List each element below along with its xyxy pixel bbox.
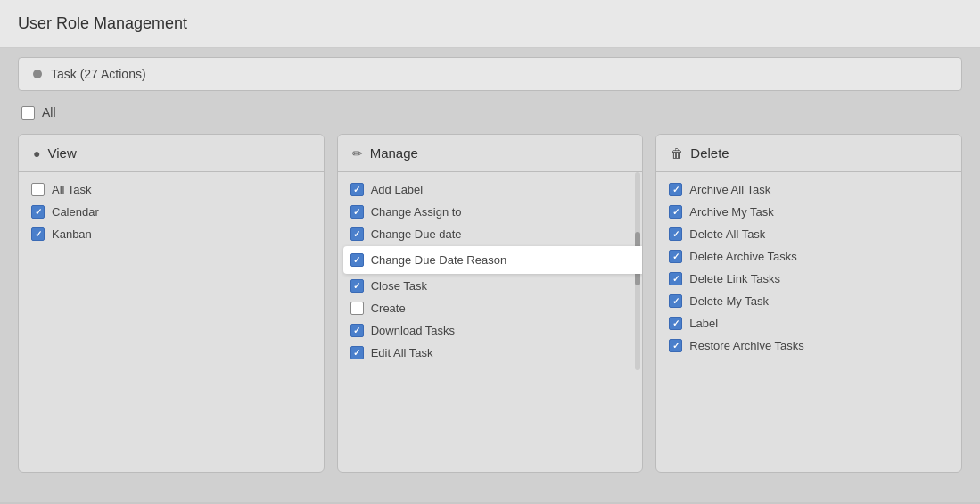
list-item[interactable]: Create bbox=[350, 302, 639, 315]
view-column: ● View All Task Calendar Kanban bbox=[18, 134, 325, 473]
task-section-header: Task (27 Actions) bbox=[18, 57, 962, 91]
checkbox-delete-all-task[interactable] bbox=[669, 227, 682, 241]
checkbox-change-due-date-reason[interactable] bbox=[350, 253, 364, 267]
list-item[interactable]: Calendar bbox=[31, 205, 311, 219]
list-item[interactable]: Change Assign to bbox=[350, 205, 639, 219]
item-label: Change Assign to bbox=[371, 205, 462, 219]
trash-icon: 🗑 bbox=[671, 146, 683, 161]
list-item[interactable]: Kanban bbox=[31, 227, 311, 241]
page-header: User Role Management bbox=[0, 0, 980, 48]
manage-column: ✏ Manage Add Label Change Assign to Chan… bbox=[337, 134, 644, 473]
view-column-title: View bbox=[47, 145, 76, 161]
checkbox-all-task[interactable] bbox=[31, 183, 45, 196]
checkbox-edit-all-task[interactable] bbox=[350, 346, 364, 359]
checkbox-create[interactable] bbox=[350, 302, 364, 315]
checkbox-change-assign[interactable] bbox=[350, 205, 364, 219]
item-label: All Task bbox=[52, 183, 92, 196]
checkbox-add-label[interactable] bbox=[350, 183, 364, 196]
page-title: User Role Management bbox=[18, 14, 187, 32]
delete-column-title: Delete bbox=[690, 145, 729, 161]
manage-column-body: Add Label Change Assign to Change Due da… bbox=[338, 172, 643, 370]
list-item[interactable]: Delete Archive Tasks bbox=[669, 250, 949, 263]
list-item[interactable]: Archive All Task bbox=[669, 183, 949, 196]
view-column-body: All Task Calendar Kanban bbox=[19, 172, 324, 252]
item-label: Close Task bbox=[371, 279, 427, 293]
item-label: Archive My Task bbox=[689, 205, 773, 219]
checkbox-download-tasks[interactable] bbox=[350, 324, 364, 337]
item-label: Label bbox=[689, 317, 718, 330]
checkbox-delete-archive-tasks[interactable] bbox=[669, 250, 682, 263]
checkbox-restore-archive-tasks[interactable] bbox=[669, 339, 682, 352]
manage-column-header: ✏ Manage bbox=[338, 135, 643, 172]
delete-column: 🗑 Delete Archive All Task Archive My Tas… bbox=[655, 134, 962, 473]
list-item[interactable]: Edit All Task bbox=[350, 346, 639, 359]
pencil-icon: ✏ bbox=[352, 146, 363, 161]
item-label: Calendar bbox=[52, 205, 99, 219]
item-label: Delete My Task bbox=[689, 294, 769, 308]
list-item[interactable]: Delete My Task bbox=[669, 294, 949, 308]
list-item[interactable]: Download Tasks bbox=[350, 324, 639, 337]
delete-column-header: 🗑 Delete bbox=[656, 135, 961, 172]
item-label: Delete Archive Tasks bbox=[689, 250, 796, 263]
list-item[interactable]: Delete All Task bbox=[669, 227, 949, 241]
main-content: Task (27 Actions) All ● View All Task Ca… bbox=[0, 48, 980, 502]
all-checkbox[interactable] bbox=[21, 106, 35, 120]
delete-column-body: Archive All Task Archive My Task Delete … bbox=[656, 172, 961, 363]
manage-column-title: Manage bbox=[370, 145, 418, 161]
eye-icon: ● bbox=[33, 146, 40, 161]
list-item[interactable]: Restore Archive Tasks bbox=[669, 339, 949, 352]
task-dot-icon bbox=[33, 70, 42, 78]
checkbox-kanban[interactable] bbox=[31, 227, 45, 241]
view-column-header: ● View bbox=[19, 135, 324, 172]
checkbox-archive-my-task[interactable] bbox=[669, 205, 682, 219]
item-label: Kanban bbox=[52, 227, 92, 241]
item-label: Edit All Task bbox=[371, 346, 433, 359]
list-item[interactable]: Archive My Task bbox=[669, 205, 949, 219]
item-label: Change Due date bbox=[371, 227, 462, 241]
highlighted-list-item[interactable]: Change Due Date Reason bbox=[343, 246, 643, 274]
all-checkbox-label: All bbox=[42, 105, 56, 120]
item-label: Add Label bbox=[371, 183, 424, 196]
list-item[interactable]: Change Due date bbox=[350, 227, 639, 241]
list-item[interactable]: All Task bbox=[31, 183, 311, 196]
checkbox-close-task[interactable] bbox=[350, 279, 364, 293]
item-label: Delete All Task bbox=[689, 227, 765, 241]
item-label: Restore Archive Tasks bbox=[689, 339, 803, 352]
item-label: Delete Link Tasks bbox=[689, 272, 780, 285]
all-checkbox-row[interactable]: All bbox=[21, 105, 962, 120]
checkbox-delete-my-task[interactable] bbox=[669, 294, 682, 308]
checkbox-archive-all-task[interactable] bbox=[669, 183, 682, 196]
list-item[interactable]: Label bbox=[669, 317, 949, 330]
task-section-label: Task (27 Actions) bbox=[51, 67, 146, 81]
item-label: Download Tasks bbox=[371, 324, 455, 337]
checkbox-change-due-date[interactable] bbox=[350, 227, 364, 241]
item-label: Change Due Date Reason bbox=[371, 253, 507, 267]
checkbox-delete-link-tasks[interactable] bbox=[669, 272, 682, 285]
checkbox-calendar[interactable] bbox=[31, 205, 45, 219]
list-item[interactable]: Close Task bbox=[350, 279, 639, 293]
list-item[interactable]: Add Label bbox=[350, 183, 639, 196]
list-item[interactable]: Delete Link Tasks bbox=[669, 272, 949, 285]
item-label: Archive All Task bbox=[689, 183, 770, 196]
columns-container: ● View All Task Calendar Kanban bbox=[18, 134, 962, 473]
checkbox-label[interactable] bbox=[669, 317, 682, 330]
item-label: Create bbox=[371, 302, 406, 315]
